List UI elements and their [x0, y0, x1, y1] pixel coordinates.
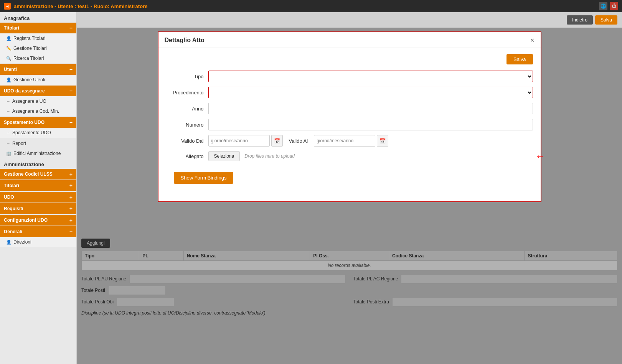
sidebar-group-label: Configurazioni UDO — [4, 217, 48, 223]
sidebar-item-label: Report — [12, 141, 26, 146]
valido-dal-input[interactable] — [208, 135, 270, 147]
allegato-group: Seleziona Drop files here to upload — [208, 151, 533, 161]
sidebar-group-label-utenti: Utenti — [4, 67, 17, 72]
titolari-toggle: − — [69, 25, 73, 31]
search-icon: 🔍 — [6, 56, 12, 61]
sidebar-item-registra-titolari[interactable]: 👤 Registra Titolari — [0, 33, 76, 43]
form-row-allegato: Allegato Seleziona Drop files here to up… — [166, 151, 533, 161]
sidebar-item-report[interactable]: → Report — [0, 138, 76, 148]
sidebar-group-header-spostamento-udo[interactable]: Spostamento UDO − — [0, 117, 76, 128]
toggle: + — [69, 206, 73, 212]
arrow-icon: → — [6, 109, 10, 114]
topbar-title: amministrazione - Utente : test1 - Ruolo… — [14, 3, 147, 9]
user-icon: 👤 — [6, 240, 12, 245]
udo-assegnare-toggle: − — [69, 88, 73, 94]
sidebar-group-generali: Generali − 👤 Direzioni — [0, 226, 76, 247]
user-icon: 👤 — [6, 77, 12, 82]
sidebar-item-assegnare-uo[interactable]: → Assegnare a UO — [0, 96, 76, 106]
sidebar-anagrafica-label: Anagrafica — [0, 12, 76, 23]
sidebar-item-label: Edifici Amministrazione — [13, 151, 61, 156]
sidebar-item-gestione-titolari[interactable]: ✏️ Gestione Titolari — [0, 43, 76, 53]
sidebar-item-label: Assegnare a UO — [12, 99, 46, 104]
procedimento-label: Procedimento — [166, 90, 208, 96]
sidebar-group-header-configurazioni-udo[interactable]: Configurazioni UDO + — [0, 215, 76, 226]
indietro-button[interactable]: Indietro — [567, 15, 593, 25]
sidebar-group-label-spostamento-udo: Spostamento UDO — [4, 120, 45, 125]
sidebar-item-label: Gestione Utenti — [13, 77, 45, 82]
anno-input[interactable] — [208, 103, 533, 114]
sidebar-group-header-udo-assegnare[interactable]: UDO da assegnare − — [0, 86, 76, 96]
modal-dettaglio-atto: Dettaglio Atto × Salva Tipo — [158, 31, 541, 202]
arrow-icon: → — [6, 99, 10, 104]
toggle: + — [69, 171, 73, 177]
sidebar-group-header-titolari[interactable]: Titolari − — [0, 23, 76, 33]
valido-al-label: Valido Al — [284, 138, 313, 144]
valido-dal-calendar-button[interactable]: 📅 — [271, 135, 283, 147]
valido-al-calendar-button[interactable]: 📅 — [377, 135, 388, 147]
toggle: + — [69, 194, 73, 200]
user-icon: 👤 — [6, 36, 12, 41]
power-icon[interactable]: ⏻ — [610, 2, 618, 10]
sidebar-group-spostamento-udo: Spostamento UDO − → Spostamento UDO — [0, 117, 76, 138]
topbar: ◄ amministrazione - Utente : test1 - Ruo… — [0, 0, 622, 12]
sidebar-amministrazione-label: Amministrazione — [0, 158, 76, 169]
sidebar-item-direzioni[interactable]: 👤 Direzioni — [0, 237, 76, 247]
sidebar-item-label: Gestione Titolari — [13, 46, 47, 51]
sidebar-item-label: Direzioni — [13, 239, 31, 245]
show-form-bindings-button[interactable]: Show Form Bindings — [174, 172, 234, 184]
sidebar-group-label: Gestione Codici ULSS — [4, 171, 53, 177]
modal-close-button[interactable]: × — [530, 37, 535, 44]
sidebar-group-header-titolari2[interactable]: Titolari + — [0, 180, 76, 191]
modal-save-button[interactable]: Salva — [507, 54, 533, 64]
modal-titlebar: Dettaglio Atto × — [158, 32, 541, 48]
sidebar-item-label: Spostamento UDO — [12, 130, 51, 135]
sidebar-group-titolari: Titolari − 👤 Registra Titolari ✏️ Gestio… — [0, 23, 76, 63]
topbar-icons: 🌐 ⏻ — [599, 2, 618, 10]
spostamento-udo-toggle: − — [69, 119, 73, 125]
toggle: + — [69, 217, 73, 223]
toggle: − — [69, 229, 73, 235]
valido-dal-group: 📅 Valido Al 📅 — [208, 135, 533, 147]
sidebar-item-spostamento-udo[interactable]: → Spostamento UDO — [0, 128, 76, 138]
sidebar-group-header-requisiti[interactable]: Requisiti + — [0, 203, 76, 214]
salva-header-button[interactable]: Salva — [595, 15, 617, 25]
tipo-label: Tipo — [166, 74, 208, 79]
back-arrow-icon[interactable]: ◄ — [4, 3, 11, 10]
sidebar-item-edifici[interactable]: 🏢 Edifici Amministrazione — [0, 148, 76, 158]
topbar-left: ◄ amministrazione - Utente : test1 - Ruo… — [4, 3, 147, 10]
sidebar-group-gestione-codici-ulss: Gestione Codici ULSS + — [0, 169, 76, 180]
valido-al-input[interactable] — [314, 135, 375, 147]
drop-zone-label: Drop files here to upload — [244, 153, 295, 159]
building-icon: 🏢 — [6, 151, 12, 156]
sidebar-group-label: Requisiti — [4, 206, 23, 211]
sidebar-group-configurazioni-udo: Configurazioni UDO + — [0, 215, 76, 226]
sidebar-group-header-gestione-codici-ulss[interactable]: Gestione Codici ULSS + — [0, 169, 76, 180]
main-header: Indietro Salva — [77, 12, 622, 28]
sidebar-group-header-udo[interactable]: UDO + — [0, 192, 76, 203]
sidebar-group-label: Generali — [4, 229, 22, 234]
sidebar-item-ricerca-titolari[interactable]: 🔍 Ricerca Titolari — [0, 53, 76, 63]
arrow-icon: → — [6, 141, 10, 146]
procedimento-select[interactable] — [208, 87, 533, 98]
numero-input[interactable] — [208, 119, 533, 130]
form-row-tipo: Tipo — [166, 71, 533, 82]
sidebar-item-label: Assegnare a Cod. Min. — [12, 109, 59, 114]
valido-dal-label: Valido Dal — [166, 138, 208, 144]
sidebar-group-label-titolari: Titolari — [4, 25, 19, 31]
globe-icon[interactable]: 🌐 — [599, 2, 607, 10]
sidebar-item-assegnare-cod-min[interactable]: → Assegnare a Cod. Min. — [0, 106, 76, 116]
allegato-label: Allegato — [166, 153, 208, 159]
sidebar-item-gestione-utenti[interactable]: 👤 Gestione Utenti — [0, 75, 76, 85]
sidebar-group-header-utenti[interactable]: Utenti − — [0, 64, 76, 75]
sidebar-item-label: Registra Titolari — [13, 36, 45, 41]
sidebar-group-header-generali[interactable]: Generali − — [0, 226, 76, 237]
sidebar-group-requisiti: Requisiti + — [0, 203, 76, 214]
sidebar-group-titolari2: Titolari + — [0, 180, 76, 191]
modal-save-row: Salva — [166, 54, 533, 64]
anno-label: Anno — [166, 106, 208, 112]
modal-body: Salva Tipo Procedimento — [158, 48, 541, 190]
tipo-select[interactable] — [208, 71, 533, 82]
seleziona-button[interactable]: Seleziona — [208, 151, 240, 161]
sidebar-group-label-udo-assegnare: UDO da assegnare — [4, 88, 45, 94]
form-row-numero: Numero — [166, 119, 533, 130]
